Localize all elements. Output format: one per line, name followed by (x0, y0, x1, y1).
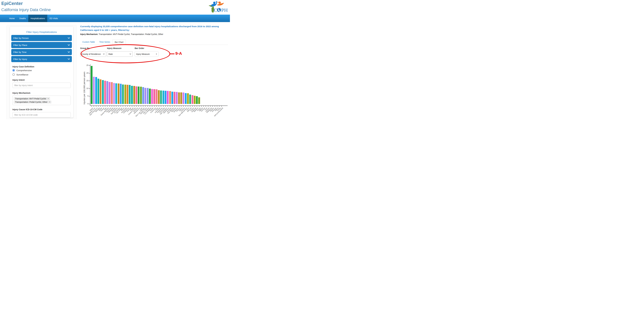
y-tick-label: 15 (83, 80, 88, 82)
accordion-filter-by-time[interactable]: Filter by Time (11, 49, 72, 55)
bar-napa[interactable] (131, 86, 133, 104)
bar-sacramento[interactable] (115, 83, 117, 104)
y-tick-label: 5 (83, 95, 88, 97)
bar-solano[interactable] (182, 93, 184, 104)
y-tick-label: 20 (83, 72, 88, 74)
bar-imperial[interactable] (194, 96, 196, 104)
bar-yuba[interactable] (156, 89, 158, 104)
injury-intent-input[interactable] (12, 83, 71, 88)
chevron-down-icon (68, 58, 70, 60)
bar-siskiyou[interactable] (176, 92, 178, 104)
x-tick (172, 106, 172, 107)
y-tick (89, 65, 90, 66)
injury-mechanism-multiselect[interactable]: Transportation: MVT-Pedal Cyclist × Tran… (12, 96, 71, 105)
injury-intent-label: Injury Intent (12, 79, 71, 81)
bar-placer[interactable] (102, 80, 104, 104)
tab-bar-chart[interactable]: Bar Chart (112, 39, 126, 45)
bar-san-francisco[interactable] (95, 77, 97, 104)
radio-surveillance[interactable]: Surveillance (12, 73, 71, 76)
radio-button-icon[interactable] (12, 73, 15, 76)
x-tick (96, 106, 96, 107)
bar-kern[interactable] (187, 93, 189, 104)
mechanism-tag: Transportation: MVT-Pedal Cyclist × (14, 97, 50, 100)
cdph-letter-d (217, 8, 221, 12)
bar-lake[interactable] (140, 87, 142, 104)
bar-contra-costa[interactable] (133, 86, 135, 104)
accordion-filter-by-place[interactable]: Filter by Place (11, 42, 72, 48)
bar-fresno[interactable] (178, 92, 180, 104)
group-by-select[interactable]: County of Residence (80, 51, 106, 57)
bar-sonoma[interactable] (108, 82, 110, 104)
x-tick (92, 106, 92, 107)
x-tick (118, 106, 119, 107)
cdph-letter-c: C (214, 7, 217, 13)
annotation-line (170, 53, 174, 54)
x-tick (156, 106, 157, 107)
bar-tuolumne[interactable] (154, 89, 155, 104)
bar-kings[interactable] (198, 97, 200, 104)
bar-tehama[interactable] (174, 92, 175, 104)
bar-san-joaquin[interactable] (165, 91, 166, 104)
nav-item-ed-visits[interactable]: ED Visits (47, 15, 60, 22)
accordion-filter-by-person[interactable]: Filter by Person (11, 35, 72, 41)
bar-los-angeles[interactable] (149, 89, 151, 104)
radio-button-icon[interactable] (12, 69, 15, 71)
nav-item-deaths[interactable]: Deaths (17, 15, 28, 22)
bar-merced[interactable] (189, 95, 191, 104)
injury-measure-select[interactable]: Rate (107, 51, 132, 57)
bar-humboldt[interactable] (124, 85, 126, 104)
icd-code-label: Injury Cause ICD-10-CM Code (12, 108, 71, 111)
x-tick (197, 106, 197, 107)
icd-code-input[interactable] (12, 112, 71, 118)
bar-shasta[interactable] (113, 83, 115, 104)
bar-san-luis-obispo[interactable] (142, 87, 144, 104)
bar-yolo[interactable] (104, 81, 106, 104)
bar-santa-barbara[interactable] (106, 81, 108, 104)
radio-comprehensive[interactable]: Comprehensive (12, 69, 71, 72)
bar-mono[interactable] (122, 84, 124, 104)
remove-tag-icon[interactable]: × (49, 101, 50, 103)
bar-san-mateo[interactable] (147, 88, 148, 104)
bar-orange[interactable] (129, 85, 130, 104)
bar-calaveras[interactable] (126, 85, 128, 104)
bar-mendocino[interactable] (138, 87, 140, 104)
y-tick (89, 73, 90, 73)
nav-item-home[interactable]: Home (7, 15, 17, 22)
bar-monterey[interactable] (160, 90, 162, 104)
bar-alameda[interactable] (111, 82, 113, 104)
bar-nevada[interactable] (98, 79, 99, 104)
bar-butte[interactable] (100, 79, 102, 104)
bar-glenn[interactable] (180, 92, 182, 104)
bar-order-control: Bar Order Injury Measure ▼ (135, 47, 158, 57)
x-tick (206, 106, 206, 107)
bar-el-dorado[interactable] (118, 83, 120, 104)
bar-amador[interactable] (169, 91, 171, 104)
tab-custom-table[interactable]: Custom Table (80, 39, 97, 45)
bar-order-select[interactable]: Injury Measure ▼ (135, 51, 158, 57)
accordion-list: Filter by Person Filter by Place Filter … (11, 35, 72, 63)
remove-tag-icon[interactable]: × (48, 98, 49, 100)
nav-item-hospitalizations[interactable]: Hospitalizations (28, 15, 47, 22)
bar-tulare[interactable] (192, 95, 193, 104)
x-tick (150, 106, 150, 107)
bar-san-bernardino[interactable] (185, 93, 186, 104)
bar-stanislaus[interactable] (167, 91, 168, 104)
bar-santa-clara[interactable] (144, 88, 146, 104)
tab-time-series[interactable]: Time Series (97, 39, 112, 45)
bar-sutter[interactable] (151, 89, 153, 104)
x-tick (201, 106, 202, 107)
y-axis-line (90, 64, 90, 106)
bar-san-benito[interactable] (172, 92, 173, 104)
bar-marin[interactable] (91, 66, 92, 104)
accordion-filter-by-injury[interactable]: Filter by Injury (11, 56, 72, 62)
dropdown-caret-icon: ▼ (156, 53, 157, 55)
bar-riverside[interactable] (162, 91, 164, 104)
bar-santa-cruz[interactable] (93, 77, 95, 104)
x-tick (177, 106, 177, 107)
bar-madera[interactable] (196, 96, 198, 104)
bar-ventura[interactable] (136, 86, 137, 104)
bar-san-diego[interactable] (120, 84, 122, 104)
select-chevron-icon (103, 53, 105, 54)
bar-del-norte[interactable] (158, 90, 160, 104)
x-tick (194, 106, 195, 107)
